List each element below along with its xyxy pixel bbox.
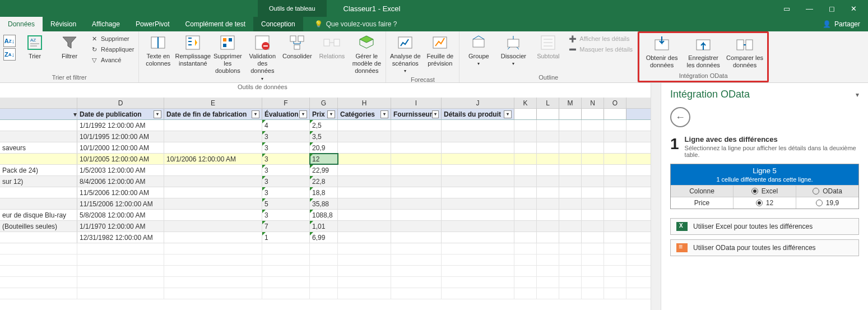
cell[interactable]: 11/5/2006 12:00:00 AM: [77, 187, 164, 198]
filter-dropdown[interactable]: ▾: [252, 110, 259, 118]
panel-menu-dropdown[interactable]: ▾: [856, 91, 859, 99]
cell[interactable]: 1/5/2003 12:00:00 AM: [77, 165, 164, 175]
cell[interactable]: [391, 176, 442, 187]
cell[interactable]: 5: [262, 198, 310, 209]
tab-affichage[interactable]: Affichage: [84, 17, 128, 31]
table-row[interactable]: Pack de 24)1/5/2003 12:00:00 AM322,99: [0, 165, 651, 176]
cell[interactable]: 3: [262, 142, 310, 153]
cell[interactable]: [338, 131, 391, 142]
show-detail-button[interactable]: ➕Afficher les détails: [566, 34, 635, 44]
cell[interactable]: [391, 232, 442, 243]
tab-powerpivot[interactable]: PowerPivot: [128, 17, 178, 31]
cell[interactable]: 6,99: [310, 232, 338, 243]
table-column-header[interactable]: Prix▾: [310, 109, 338, 119]
table-column-header[interactable]: Évaluation▾: [262, 109, 310, 119]
cell[interactable]: [442, 232, 514, 243]
column-header[interactable]: G: [310, 98, 338, 108]
back-button[interactable]: ←: [670, 107, 690, 127]
column-header[interactable]: L: [537, 98, 559, 108]
cell[interactable]: [338, 221, 391, 232]
compare-data-button[interactable]: Comparer les données: [725, 34, 765, 70]
forecast-sheet-button[interactable]: Feuille de prévision: [423, 33, 457, 68]
cell[interactable]: 12/31/1982 12:00:00 AM: [77, 232, 164, 243]
cell[interactable]: [338, 187, 391, 198]
cell[interactable]: [164, 232, 262, 243]
advanced-filter-button[interactable]: ▽Avancé: [87, 55, 136, 65]
cell[interactable]: 1/1/1970 12:00:00 AM: [77, 221, 164, 232]
tab-donnees[interactable]: Données: [0, 17, 43, 31]
cell[interactable]: 3: [262, 176, 310, 187]
column-header[interactable]: K: [514, 98, 537, 108]
filter-dropdown[interactable]: ▾: [73, 109, 77, 119]
filter-dropdown[interactable]: ▾: [432, 110, 439, 118]
table-row[interactable]: saveurs10/1/2000 12:00:00 AM320,9: [0, 142, 651, 154]
minimize-icon[interactable]: —: [806, 4, 813, 13]
cell[interactable]: 10/1/1995 12:00:00 AM: [77, 131, 164, 142]
hide-detail-button[interactable]: ➖Masquer les détails: [566, 44, 635, 54]
table-column-header[interactable]: Catégories▾: [338, 109, 391, 119]
cell[interactable]: 11/15/2006 12:00:00 AM: [77, 198, 164, 209]
column-header[interactable]: J: [442, 98, 514, 108]
odata-header-radio[interactable]: [813, 188, 819, 195]
cell[interactable]: 12: [310, 154, 338, 164]
cell[interactable]: [338, 198, 391, 209]
data-validation-button[interactable]: Validation des données▾: [245, 33, 279, 82]
cell[interactable]: [391, 198, 442, 209]
vertical-scrollbar[interactable]: [651, 83, 661, 310]
flash-fill-button[interactable]: Remplissage instantané: [176, 33, 210, 68]
tab-complement[interactable]: Complément de test: [178, 17, 253, 31]
table-row[interactable]: (Bouteilles seules)1/1/1970 12:00:00 AM7…: [0, 221, 651, 232]
get-data-button[interactable]: Obtenir des données: [642, 34, 682, 70]
cell[interactable]: [442, 210, 514, 220]
cell[interactable]: 3: [262, 187, 310, 198]
cell[interactable]: [442, 142, 514, 153]
cell[interactable]: [391, 221, 442, 232]
table-row[interactable]: 10/1/2005 12:00:00 AM10/1/2006 12:00:00 …: [0, 154, 651, 165]
table-column-header[interactable]: Date de publication▾: [77, 109, 164, 119]
save-data-button[interactable]: Enregistrer les données: [683, 34, 723, 70]
filter-dropdown[interactable]: ▾: [154, 110, 161, 118]
cell[interactable]: 10/1/2000 12:00:00 AM: [77, 142, 164, 153]
ungroup-button[interactable]: Dissocier▾: [496, 33, 530, 68]
tell-me-search[interactable]: 💡 Que voulez-vous faire ?: [314, 17, 397, 31]
cell[interactable]: [391, 142, 442, 153]
table-row[interactable]: 1/1/1992 12:00:00 AM42,5: [0, 120, 651, 131]
cell[interactable]: [338, 142, 391, 153]
cell[interactable]: 22,8: [310, 176, 338, 187]
cell[interactable]: 3,5: [310, 131, 338, 142]
filter-dropdown[interactable]: ▾: [327, 110, 335, 118]
column-header[interactable]: N: [582, 98, 604, 108]
cell[interactable]: 10/1/2006 12:00:00 AM: [164, 154, 262, 164]
cell[interactable]: 20,9: [310, 142, 338, 153]
cell[interactable]: [338, 165, 391, 175]
close-icon[interactable]: ✕: [851, 4, 857, 13]
use-excel-all-button[interactable]: Utiliser Excel pour toutes les différenc…: [670, 218, 859, 235]
cell[interactable]: [164, 187, 262, 198]
cell[interactable]: 7: [262, 221, 310, 232]
cell[interactable]: [442, 198, 514, 209]
table-row[interactable]: eur de disque Blu-ray5/8/2008 12:00:00 A…: [0, 210, 651, 221]
subtotal-button[interactable]: Subtotal: [531, 33, 565, 61]
cell[interactable]: [164, 120, 262, 131]
cell[interactable]: [391, 165, 442, 175]
tab-conception[interactable]: Conception: [253, 17, 303, 31]
cell[interactable]: [164, 221, 262, 232]
cell[interactable]: [164, 142, 262, 153]
text-to-columns-button[interactable]: Texte en colonnes: [141, 33, 175, 68]
consolidate-button[interactable]: Consolider: [280, 33, 314, 61]
cell[interactable]: [442, 176, 514, 187]
cell[interactable]: [164, 210, 262, 220]
filter-button[interactable]: Filtrer: [53, 33, 86, 61]
clear-filter-button[interactable]: ✕Supprimer: [87, 34, 136, 44]
cell[interactable]: [391, 120, 442, 131]
cell[interactable]: [442, 120, 514, 131]
cell[interactable]: [442, 187, 514, 198]
cell[interactable]: [442, 131, 514, 142]
column-header[interactable]: M: [559, 98, 582, 108]
column-header[interactable]: H: [338, 98, 391, 108]
cell[interactable]: 5/8/2008 12:00:00 AM: [77, 210, 164, 220]
cell[interactable]: 18,8: [310, 187, 338, 198]
cell[interactable]: [391, 131, 442, 142]
group-button[interactable]: Groupe▾: [462, 33, 495, 68]
cell[interactable]: [338, 176, 391, 187]
